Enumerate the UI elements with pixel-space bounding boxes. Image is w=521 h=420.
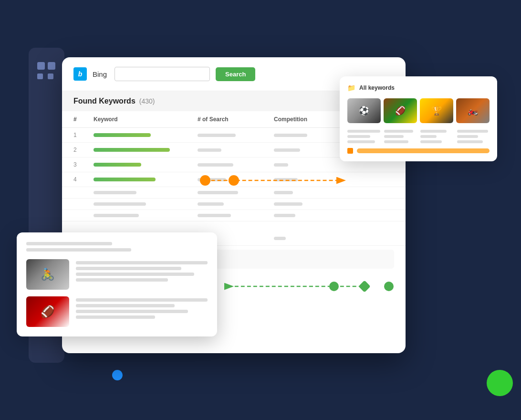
orange-square-icon [347, 148, 353, 154]
nav-item-1[interactable] [37, 62, 45, 70]
competition-bar [274, 134, 307, 137]
row-keyword [88, 214, 198, 217]
data-bar [347, 135, 370, 138]
football-image: 🏈 [26, 296, 69, 327]
data-bar [347, 130, 380, 133]
row-search [198, 202, 274, 206]
keyword-bar [94, 178, 156, 181]
row-search [198, 178, 274, 181]
table-row[interactable] [62, 199, 406, 210]
search-bar-vis [198, 202, 224, 206]
search-button[interactable]: Search [216, 67, 255, 81]
content-bar [76, 298, 208, 302]
image-grid: ⚽ 🏈 🏆 🏍️ [347, 98, 490, 123]
data-bar [420, 135, 437, 138]
data-bar [347, 140, 375, 143]
competition-bar [274, 191, 293, 194]
search-bar-vis [198, 163, 233, 167]
row-keyword [88, 191, 198, 194]
cycling-image: 🚴 [26, 259, 69, 290]
row-competition [274, 237, 350, 240]
competition-bar [274, 178, 298, 181]
data-bar [420, 130, 447, 133]
data-bar [384, 140, 408, 143]
sports-image-4: 🏍️ [456, 98, 490, 123]
spacer [62, 221, 406, 231]
header-bar-2 [26, 248, 131, 252]
sports-figure-3: 🏆 [420, 98, 453, 123]
float-col-2 [384, 130, 417, 143]
left-item-content-2 [76, 296, 208, 319]
sports-figure-2: 🏈 [384, 98, 417, 123]
search-bar-vis [198, 214, 231, 217]
row-keyword [88, 178, 198, 181]
float-card-right-header: 📁 All keywords [347, 84, 490, 92]
row-search [198, 191, 274, 194]
content-bar [76, 304, 175, 307]
row-num: 3 [73, 161, 88, 168]
data-bar [384, 135, 404, 138]
competition-bar [274, 163, 288, 167]
th-search: # of Search [198, 116, 274, 123]
left-card-header [26, 242, 208, 252]
row-num: 4 [73, 176, 88, 183]
data-bar [457, 135, 479, 138]
row-competition [274, 163, 350, 167]
deco-circle-green [487, 370, 513, 396]
nav-item-2[interactable] [48, 62, 55, 70]
content-bar [76, 273, 194, 276]
keyword-bar [94, 133, 151, 137]
nav-item-4[interactable] [48, 74, 53, 79]
row-search [198, 214, 274, 217]
search-bar-vis [198, 178, 226, 181]
table-row[interactable] [62, 187, 406, 199]
row-competition [274, 214, 350, 217]
content-bar [76, 310, 188, 313]
data-bar [420, 140, 442, 143]
bing-logo: b [73, 67, 87, 81]
keyword-bar [94, 202, 146, 206]
competition-bar [274, 202, 302, 206]
table-row[interactable]: 4 [62, 172, 406, 187]
sports-image-2: 🏈 [384, 98, 417, 123]
float-card-right: 📁 All keywords ⚽ 🏈 🏆 🏍️ [340, 76, 497, 161]
row-competition [274, 202, 350, 206]
sports-image-1: ⚽ [347, 98, 381, 123]
row-keyword [88, 163, 198, 167]
float-card-data-rows [347, 130, 490, 143]
th-competition: Competition [274, 116, 350, 123]
sports-image-3: 🏆 [420, 98, 453, 123]
search-bar-vis [198, 191, 238, 194]
keyword-bar [94, 214, 139, 217]
row-search [198, 134, 274, 137]
sports-figure-4: 🏍️ [456, 98, 490, 123]
keywords-count: (430) [139, 97, 155, 105]
search-bar-vis [198, 148, 221, 152]
table-row[interactable] [62, 210, 406, 221]
keyword-bar [94, 163, 141, 167]
competition-bar [274, 237, 286, 240]
row-competition [274, 191, 350, 194]
content-bar [76, 315, 155, 319]
row-search [198, 163, 274, 167]
data-bar [457, 140, 483, 143]
th-number: # [73, 116, 88, 123]
header-bar-1 [26, 242, 112, 245]
search-input[interactable] [115, 67, 210, 81]
row-search [198, 148, 274, 152]
float-col-3 [420, 130, 453, 143]
keyword-bar [94, 148, 170, 152]
float-col-4 [457, 130, 490, 143]
th-keyword: Keyword [88, 116, 198, 123]
data-bar [457, 130, 488, 133]
row-keyword [88, 202, 198, 206]
folder-label: All keywords [359, 84, 395, 91]
nav-item-3[interactable] [37, 74, 43, 79]
content-bar [76, 261, 208, 264]
orange-progress [357, 148, 490, 153]
left-item-content-1 [76, 259, 208, 282]
search-bar-vis [198, 134, 236, 137]
row-keyword [88, 148, 198, 152]
row-keyword [88, 133, 198, 137]
float-card-left: 🚴 🏈 [17, 232, 217, 336]
